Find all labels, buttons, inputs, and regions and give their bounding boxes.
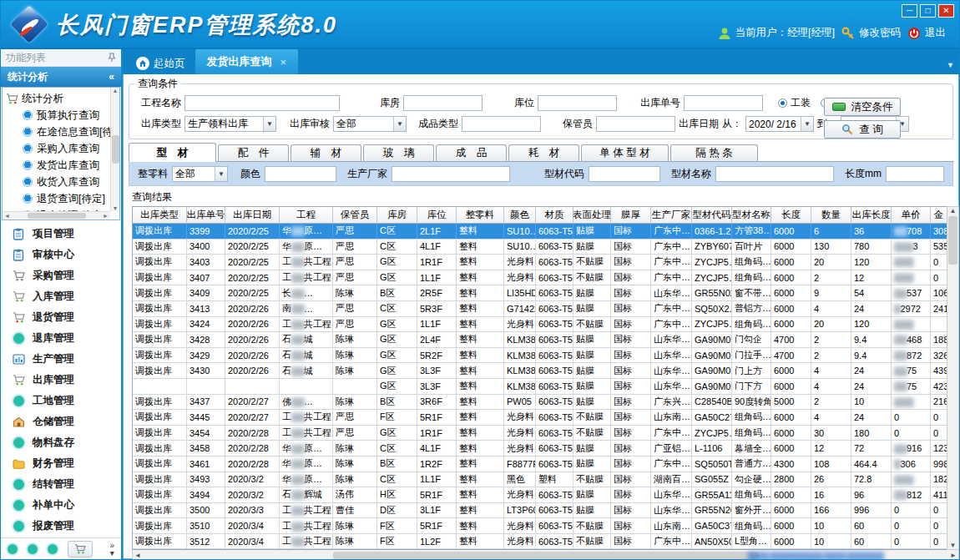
- column-header[interactable]: 出库单号: [187, 207, 225, 223]
- material-tab[interactable]: 玻 璃: [363, 144, 434, 161]
- column-header[interactable]: 单价: [892, 207, 931, 223]
- sidebar-item-退货管理[interactable]: 退货管理: [1, 307, 121, 328]
- sidebar-item-生产管理[interactable]: 生产管理: [1, 349, 121, 370]
- sidebar-item-结转管理[interactable]: 结转管理: [1, 474, 121, 495]
- maximize-button[interactable]: □: [920, 4, 936, 18]
- column-header[interactable]: 库位: [417, 207, 457, 223]
- tree-item[interactable]: 预算执行查询: [6, 107, 118, 124]
- profile-code-input[interactable]: [589, 166, 660, 182]
- tree-item[interactable]: 退货查询[待定]: [6, 190, 118, 207]
- profile-name-input[interactable]: [715, 166, 834, 182]
- close-button[interactable]: ✕: [938, 4, 954, 18]
- clear-conditions-button[interactable]: 清空条件: [824, 98, 901, 116]
- column-header[interactable]: 颜色: [504, 207, 536, 223]
- material-tab[interactable]: 单 体 型 材: [581, 144, 669, 161]
- table-row[interactable]: 调拨出库34932020/3/2华▇▇原…陈琳C区1L1F整料黑色塑料不贴膜国标…: [133, 472, 947, 488]
- table-row[interactable]: 调拨出库34242020/2/26工▇▇共工程严思G区1L1F整料光身料6063…: [133, 317, 947, 333]
- column-header[interactable]: 表面处理: [573, 207, 611, 223]
- column-header[interactable]: 库房: [377, 207, 417, 223]
- sidebar-item-入库管理[interactable]: 入库管理: [1, 286, 121, 307]
- material-tab[interactable]: 耗 材: [508, 144, 579, 161]
- column-header[interactable]: 数量: [811, 207, 851, 223]
- table-row[interactable]: 调拨出库35122020/3/4工▇▇共工程陈琳F区1L2F整料光身料6063-…: [133, 534, 947, 550]
- tree-item[interactable]: 在途信息查询[待: [6, 124, 118, 140]
- column-header[interactable]: 工程: [280, 207, 333, 223]
- column-header[interactable]: 出库长度: [851, 207, 892, 223]
- material-tab[interactable]: 成 品: [436, 144, 507, 161]
- column-header[interactable]: 整零料: [457, 207, 504, 223]
- product-type-input[interactable]: [462, 116, 541, 132]
- column-header[interactable]: 材质: [536, 207, 573, 223]
- sidebar-item-物料盘存[interactable]: 物料盘存: [1, 432, 121, 453]
- warehouse-input[interactable]: [403, 95, 483, 111]
- table-vertical-scrollbar[interactable]: ▲▼: [947, 206, 959, 550]
- material-tab[interactable]: 隔 热 条: [670, 144, 758, 161]
- tab-close-icon[interactable]: ×: [280, 56, 287, 68]
- sidebar-item-采购管理[interactable]: 采购管理: [1, 265, 121, 286]
- tab-active[interactable]: 发货出库查询 ×: [195, 49, 299, 74]
- footer-module-icon[interactable]: [8, 544, 18, 554]
- order-no-input[interactable]: [684, 95, 763, 111]
- table-row[interactable]: 调拨出库35102020/3/4工▇▇共工程陈琳F区5R1F整料光身料6063-…: [133, 518, 947, 534]
- group-header[interactable]: 统计分析 «: [1, 67, 121, 87]
- tree-item[interactable]: 发货出库查询: [6, 157, 118, 174]
- tree-item[interactable]: 收货入库查询: [6, 174, 118, 190]
- tree-vertical-scrollbar[interactable]: ▲▼: [110, 88, 119, 211]
- column-header[interactable]: 膜厚: [611, 207, 651, 223]
- radio-gongzhuang[interactable]: 工装: [778, 96, 811, 110]
- table-row[interactable]: 调拨出库34002020/2/25华▇▇原…严思C区4L1F整料SU10…606…: [133, 240, 947, 255]
- sidebar-item-财务管理[interactable]: 财务管理: [1, 453, 121, 474]
- column-header[interactable]: 出库日期: [225, 207, 280, 223]
- sidebar-item-报废管理[interactable]: 报废管理: [1, 516, 121, 537]
- out-type-select[interactable]: 生产领料出库▼: [184, 116, 276, 132]
- tree-horizontal-scrollbar[interactable]: ◄►: [3, 211, 110, 219]
- minimize-button[interactable]: ─: [902, 4, 917, 18]
- column-header[interactable]: 保管员: [333, 207, 377, 223]
- table-row[interactable]: 调拨出库34612020/2/28华▇▇原…陈琳B区1R2F整料F8877FT6…: [133, 457, 947, 472]
- sidebar-item-审核中心[interactable]: 审核中心: [1, 245, 121, 265]
- project-name-input[interactable]: [184, 95, 340, 111]
- footer-module-icon[interactable]: [28, 544, 38, 554]
- material-tab[interactable]: 配 件: [218, 144, 289, 161]
- table-row[interactable]: 调拨出库34072020/2/25工▇▇共工程严思G区1L1F整料光身料6063…: [133, 270, 947, 286]
- part-type-select[interactable]: 全部▼: [172, 166, 228, 182]
- date-from-picker[interactable]: 2020/ 2/16▼: [745, 116, 814, 132]
- sidebar-item-退库管理[interactable]: 退库管理: [1, 328, 121, 349]
- column-header[interactable]: 出库类型: [133, 207, 187, 223]
- footer-module-icon[interactable]: [48, 544, 58, 554]
- change-password-button[interactable]: 修改密码: [841, 26, 901, 40]
- column-header[interactable]: 型材代码: [692, 207, 732, 223]
- table-row[interactable]: 调拨出库34132020/2/26南▇▇…严思C区5R3F整料G71422606…: [133, 301, 947, 317]
- column-header[interactable]: 长度: [771, 207, 811, 223]
- table-row[interactable]: 调拨出库34582020/2/28华▇▇原…陈琳C区4L1F整料光身料6063-…: [133, 441, 947, 457]
- tab-list-caret-icon[interactable]: ▼: [947, 61, 954, 69]
- table-row[interactable]: 调拨出库34542020/2/28工▇▇共工程严思G区1R1F整料光身料6063…: [133, 426, 947, 441]
- table-row[interactable]: 调拨出库34372020/2/27佛▇▇…陈琳B区3R6F整料PW056063-…: [133, 395, 947, 411]
- material-tab[interactable]: 辅 材: [291, 144, 361, 161]
- tree-item[interactable]: 采购入库查询: [6, 140, 118, 157]
- material-tab[interactable]: 型 材: [129, 143, 216, 162]
- tree-root-item[interactable]: 统计分析: [6, 90, 118, 107]
- column-header[interactable]: 型材名称: [732, 207, 771, 223]
- table-row[interactable]: 调拨出库34032020/2/25工▇▇共工程严思G区1R1F整料光身料6063…: [133, 255, 947, 270]
- search-button[interactable]: 查 询: [824, 120, 901, 139]
- table-row[interactable]: 调拨出库33992020/2/25华▇▇原…严思C区2L1F整料SU10…606…: [133, 224, 947, 240]
- table-row[interactable]: 调拨出库34942020/3/2石▇▇辉城汤伟H区5R1F整料光身料6063-T…: [133, 487, 947, 503]
- color-input[interactable]: [265, 166, 336, 182]
- location-input[interactable]: [538, 95, 617, 111]
- table-row[interactable]: 调拨出库34092020/2/25长▇▇…陈琳B区2R5F整料LI35HD606…: [133, 285, 947, 301]
- keeper-input[interactable]: [596, 116, 675, 132]
- column-header[interactable]: 生产厂家: [651, 207, 692, 223]
- table-row[interactable]: 调拨出库34452020/2/27工▇▇共工程严思F区5R1F整料光身料6063…: [133, 410, 947, 426]
- column-header[interactable]: 金: [931, 207, 947, 223]
- factory-input[interactable]: [392, 166, 510, 182]
- collapse-icon[interactable]: «: [109, 71, 114, 83]
- table-row[interactable]: G区3L3F整料KLM38176063-T5贴膜国标山东华…GA90M09.门下…: [133, 379, 947, 395]
- logout-button[interactable]: 退出: [907, 26, 946, 40]
- sidebar-item-项目管理[interactable]: 项目管理: [1, 224, 121, 245]
- sidebar-item-补单中心[interactable]: 补单中心: [1, 495, 121, 516]
- table-row[interactable]: 调拨出库34292020/2/26石▇▇城陈琳G区5R2F整料KLM381760…: [133, 348, 947, 364]
- sidebar-item-工地管理[interactable]: 工地管理: [1, 391, 121, 411]
- tab-home[interactable]: 起始页: [126, 53, 195, 74]
- table-row[interactable]: 调拨出库34282020/2/26石▇▇城陈琳G区2L4F整料KLM381760…: [133, 332, 947, 348]
